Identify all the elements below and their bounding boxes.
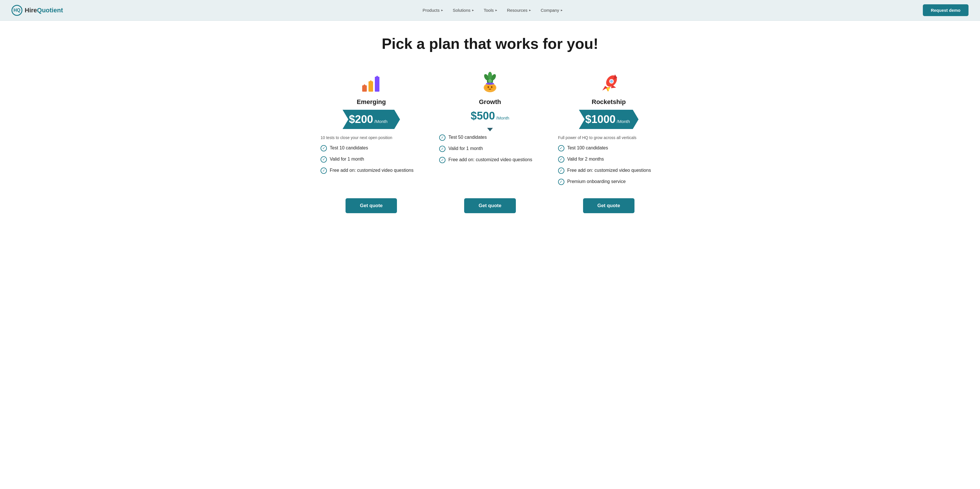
svg-rect-2 [375,77,379,92]
svg-rect-1 [369,81,373,92]
growth-arrow-indicator [487,128,493,131]
nav-item-tools[interactable]: Tools ► [484,8,498,13]
feature-item: ✓ Valid for 1 month [321,156,422,162]
plan-name-emerging: Emerging [357,98,386,106]
logo-text: HireQuotient [25,6,63,14]
chevron-right-icon: ► [472,9,474,12]
feature-item: ✓ Valid for 2 months [558,156,659,162]
feature-item: ✓ Free add on: customized video question… [321,167,422,174]
chevron-right-icon: ► [529,9,531,12]
feature-list-emerging: ✓ Test 10 candidates ✓ Valid for 1 month… [318,145,425,178]
check-icon: ✓ [321,156,327,162]
price-amount-rocketship: $1000 [585,113,616,126]
nav-links: Products ► Solutions ► Tools ► Resources… [423,8,563,13]
page-title: Pick a plan that works for you! [17,35,963,52]
svg-rect-19 [486,83,494,84]
check-icon: ✓ [321,145,327,151]
svg-point-23 [610,80,613,83]
check-icon: ✓ [558,167,565,174]
feature-item: ✓ Premium onboarding service [558,178,659,185]
logo[interactable]: HQ HireQuotient [11,5,63,16]
price-period-rocketship: /Month [617,119,630,124]
logo-icon: HQ [11,5,22,16]
get-quote-button-rocketship[interactable]: Get quote [583,198,635,213]
check-icon: ✓ [439,157,445,163]
plan-card-emerging: Emerging $200 /Month 10 tests to close y… [318,70,425,213]
feature-item: ✓ Test 10 candidates [321,145,422,151]
main-content: Pick a plan that works for you! Emerging [0,21,980,236]
feature-item: ✓ Free add on: customized video question… [439,156,541,163]
rocket-icon [597,70,620,96]
price-amount-emerging: $200 [349,113,373,126]
chevron-right-icon: ► [441,9,444,12]
growth-icon [479,70,501,96]
check-icon: ✓ [558,179,565,185]
price-period-growth: /Month [496,116,509,120]
plan-card-rocketship: Rocketship $1000 /Month Full power of HQ… [555,70,662,213]
plan-name-rocketship: Rocketship [592,98,626,106]
navbar: HQ HireQuotient Products ► Solutions ► T… [0,0,980,21]
svg-point-10 [488,86,489,88]
nav-item-solutions[interactable]: Solutions ► [453,8,474,13]
price-period-emerging: /Month [374,119,387,124]
feature-item: ✓ Test 100 candidates [558,145,659,151]
feature-item: ✓ Test 50 candidates [439,134,541,141]
chevron-right-icon: ► [560,9,563,12]
plan-desc-emerging: 10 tests to close your next open positio… [318,135,425,141]
check-icon: ✓ [439,134,445,141]
feature-list-growth: ✓ Test 50 candidates ✓ Valid for 1 month… [436,134,543,168]
price-amount-growth: $500 [471,110,495,122]
plan-desc-rocketship: Full power of HQ to grow across all vert… [555,135,662,141]
svg-point-17 [488,72,492,79]
plans-grid: Emerging $200 /Month 10 tests to close y… [318,70,662,213]
get-quote-button-growth[interactable]: Get quote [464,198,515,213]
price-banner-rocketship: $1000 /Month [579,110,639,129]
check-icon: ✓ [558,145,565,151]
check-icon: ✓ [439,146,445,152]
emerging-icon [360,70,383,96]
nav-item-products[interactable]: Products ► [423,8,444,13]
feature-list-rocketship: ✓ Test 100 candidates ✓ Valid for 2 mont… [555,145,662,190]
price-banner-emerging: $200 /Month [343,110,400,129]
nav-item-company[interactable]: Company ► [541,8,563,13]
feature-item: ✓ Valid for 1 month [439,145,541,152]
plan-card-growth: Growth $500 /Month ✓ Test 50 candidates … [436,70,543,213]
get-quote-button-emerging[interactable]: Get quote [345,198,397,213]
feature-item: ✓ Free add on: customized video question… [558,167,659,174]
check-icon: ✓ [558,156,565,162]
nav-item-resources[interactable]: Resources ► [507,8,531,13]
check-icon: ✓ [321,167,327,174]
request-demo-button[interactable]: Request demo [923,4,969,16]
plan-name-growth: Growth [479,98,501,106]
chevron-right-icon: ► [495,9,498,12]
price-teal-growth: $500 /Month [471,110,509,122]
svg-point-11 [491,86,492,88]
